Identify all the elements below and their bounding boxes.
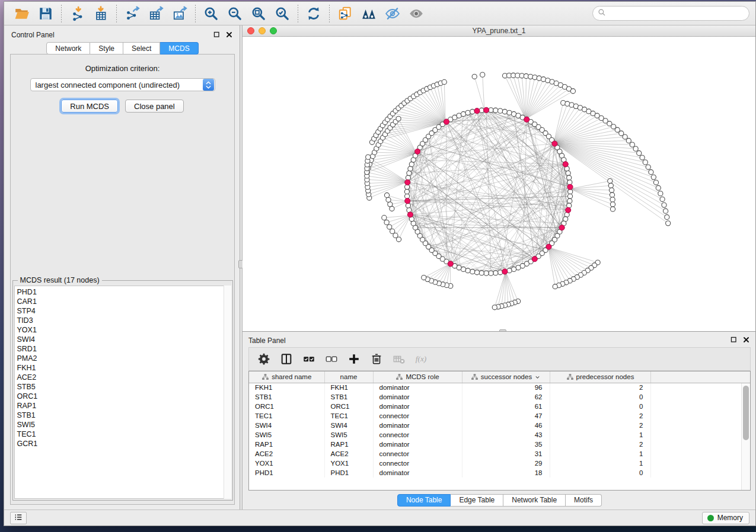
zoom-in-icon[interactable] <box>199 4 223 24</box>
table-tab-node-table[interactable]: Node Table <box>397 494 451 507</box>
application-window: Control Panel NetworkStyleSelectMCDS Opt… <box>4 1 756 526</box>
table-row[interactable]: RAP1RAP1dominator352 <box>249 440 750 449</box>
column-layout-icon[interactable] <box>276 350 296 368</box>
mcds-result-item[interactable]: SRD1 <box>17 344 231 354</box>
svg-text:f(x): f(x) <box>416 354 427 363</box>
control-panel-header: Control Panel <box>7 28 238 42</box>
zoom-fit-icon[interactable] <box>247 4 270 24</box>
memory-button[interactable]: Memory <box>702 512 749 524</box>
mcds-result-item[interactable]: ORC1 <box>17 392 231 401</box>
node-table: shared namenameMCDS rolesuccessor nodesp… <box>248 371 751 491</box>
table-row[interactable]: SWI5SWI5connector431 <box>249 430 750 440</box>
delete-column-icon[interactable] <box>366 350 387 368</box>
mcds-result-item[interactable]: STB1 <box>17 411 231 420</box>
table-tab-edge-table[interactable]: Edge Table <box>451 494 503 507</box>
mcds-result-item[interactable]: TID3 <box>17 316 231 325</box>
import-network-icon[interactable] <box>65 4 89 24</box>
tab-style[interactable]: Style <box>90 42 123 55</box>
mcds-result-item[interactable]: PMA2 <box>17 354 231 363</box>
table-row[interactable]: STB1STB1dominator620 <box>249 392 750 402</box>
table-row[interactable]: FKH1FKH1dominator962 <box>249 383 750 392</box>
column-header-MCDS-role[interactable]: MCDS role <box>373 371 462 383</box>
unselect-all-columns-icon[interactable] <box>321 350 342 368</box>
open-file-icon[interactable] <box>10 4 34 24</box>
dropdown-stepper-icon <box>203 79 214 91</box>
table-scrollbar-thumb[interactable] <box>743 386 749 440</box>
criterion-dropdown[interactable]: largest connected component (undirected) <box>30 78 215 91</box>
table-tab-network-table[interactable]: Network Table <box>503 494 566 507</box>
select-all-columns-icon[interactable] <box>299 350 319 368</box>
import-table-icon[interactable] <box>89 4 113 24</box>
add-column-icon[interactable] <box>344 350 364 368</box>
close-panel-button[interactable]: Close panel <box>125 100 184 113</box>
table-row[interactable]: ORC1ORC1dominator610 <box>249 402 750 411</box>
mcds-result-item[interactable]: SWI4 <box>17 335 231 344</box>
mcds-result-item[interactable]: FKH1 <box>17 363 231 373</box>
first-neighbors-icon[interactable] <box>357 4 381 24</box>
search-input[interactable] <box>610 9 744 18</box>
table-row[interactable]: ACE2ACE2connector311 <box>249 449 750 459</box>
export-network-icon[interactable] <box>120 4 144 24</box>
column-header-successor-nodes[interactable]: successor nodes <box>462 371 550 383</box>
float-panel-icon[interactable] <box>212 31 221 40</box>
delete-table-icon <box>389 350 409 368</box>
network-graph <box>243 37 755 331</box>
mcds-result-item[interactable]: STP4 <box>17 306 231 316</box>
network-view[interactable] <box>243 37 755 331</box>
window-zoom-traffic-light[interactable] <box>270 27 277 34</box>
table-tab-motifs[interactable]: Motifs <box>566 494 602 507</box>
search-icon <box>598 8 610 18</box>
horizontal-splitter-handle[interactable] <box>499 329 506 331</box>
task-history-button[interactable] <box>10 512 27 524</box>
zoom-out-icon[interactable] <box>223 4 247 24</box>
close-table-panel-icon[interactable] <box>742 336 751 345</box>
export-table-icon[interactable] <box>144 4 168 24</box>
table-row[interactable]: YOX1YOX1connector291 <box>249 459 750 468</box>
network-window: YPA_prune.txt_1 <box>243 25 755 332</box>
table-panel-header: Table Panel <box>248 334 751 347</box>
column-header-shared-name[interactable]: shared name <box>249 371 324 383</box>
window-minimize-traffic-light[interactable] <box>259 27 266 34</box>
memory-status-icon <box>707 515 714 521</box>
mcds-result-item[interactable]: ACE2 <box>17 373 231 382</box>
main-toolbar <box>4 2 755 25</box>
window-close-traffic-light[interactable] <box>247 27 254 34</box>
table-scrollbar[interactable] <box>741 383 750 490</box>
search-box[interactable] <box>592 6 749 21</box>
mcds-result-item[interactable]: CAR1 <box>17 297 231 306</box>
table-row[interactable]: TEC1TEC1connector472 <box>249 411 750 421</box>
tab-network[interactable]: Network <box>46 42 90 55</box>
mcds-panel: Optimization criterion: largest connecte… <box>10 54 235 505</box>
column-header-predecessor-nodes[interactable]: predecessor nodes <box>550 371 650 383</box>
table-row[interactable]: PHD1PHD1dominator180 <box>249 468 750 477</box>
mcds-result-list[interactable]: PHD1CAR1STP4TID3YOX1SWI4SRD1PMA2FKH1ACE2… <box>14 286 231 499</box>
export-image-icon[interactable] <box>168 4 192 24</box>
close-panel-icon[interactable] <box>225 31 234 40</box>
toolbar-separator <box>61 5 62 23</box>
mcds-result-item[interactable]: SWI5 <box>17 420 231 430</box>
mcds-result-title: MCDS result (17 nodes) <box>18 276 102 284</box>
show-all-icon[interactable] <box>404 4 428 24</box>
hide-selected-icon[interactable] <box>381 4 404 24</box>
table-panel: Table Panel f(x) shared namenameMCDS rol… <box>243 332 755 509</box>
mcds-result-item[interactable]: GCR1 <box>17 439 231 448</box>
mcds-result-scrollbar[interactable] <box>224 286 231 499</box>
save-session-icon[interactable] <box>34 4 58 24</box>
mcds-result-item[interactable]: PHD1 <box>17 287 231 297</box>
float-table-panel-icon[interactable] <box>729 336 738 345</box>
tab-select[interactable]: Select <box>123 42 160 55</box>
refresh-icon[interactable] <box>302 4 326 24</box>
mcds-result-item[interactable]: RAP1 <box>17 401 231 411</box>
mcds-result-item[interactable]: YOX1 <box>17 325 231 335</box>
mcds-result-item[interactable]: STB5 <box>17 382 231 392</box>
column-header-name[interactable]: name <box>324 371 373 383</box>
clone-network-icon[interactable] <box>333 4 357 24</box>
toolbar-separator <box>195 5 196 23</box>
settings-gear-icon[interactable] <box>254 350 274 368</box>
run-mcds-button[interactable]: Run MCDS <box>61 100 118 113</box>
mcds-result-item[interactable]: TEC1 <box>17 430 231 439</box>
table-row[interactable]: SWI4SWI4dominator462 <box>249 421 750 430</box>
tab-mcds[interactable]: MCDS <box>160 42 198 55</box>
task-list-icon <box>14 512 23 524</box>
zoom-selected-icon[interactable] <box>270 4 294 24</box>
